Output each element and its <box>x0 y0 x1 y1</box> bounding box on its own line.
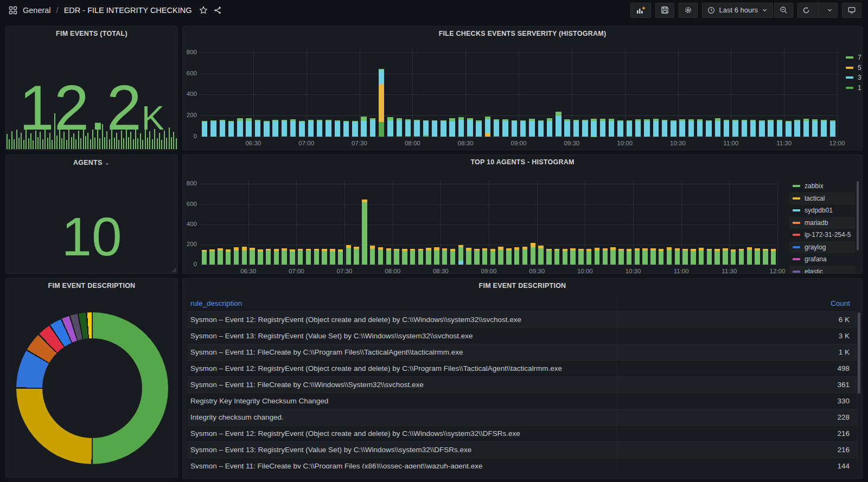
histogram-bar[interactable] <box>476 48 481 137</box>
histogram-bar[interactable] <box>405 48 411 137</box>
histogram-bar[interactable] <box>617 48 623 137</box>
histogram-bar[interactable] <box>326 48 331 137</box>
histogram-bar[interactable] <box>747 180 752 265</box>
histogram-bar[interactable] <box>556 48 561 137</box>
histogram-bar[interactable] <box>266 180 271 265</box>
histogram-bar[interactable] <box>209 180 214 265</box>
histogram-bar[interactable] <box>402 180 407 265</box>
histogram-bar[interactable] <box>494 48 499 137</box>
chevron-down-icon[interactable]: ⌄ <box>104 159 110 166</box>
histogram-bar[interactable] <box>442 180 447 265</box>
zoom-out-button[interactable] <box>774 3 793 18</box>
histogram-bar[interactable] <box>274 180 279 265</box>
legend-item-3[interactable]: 3 <box>843 73 862 83</box>
panel-title-agents-histogram[interactable]: TOP 10 AGENTS - HISTOGRAM <box>183 158 862 166</box>
star-icon[interactable] <box>199 6 208 15</box>
histogram-bar[interactable] <box>724 48 729 137</box>
histogram-bar[interactable] <box>282 48 287 137</box>
histogram-bar[interactable] <box>520 48 526 137</box>
histogram-bar[interactable] <box>768 48 773 137</box>
histogram-bar[interactable] <box>314 180 319 265</box>
histogram-bar[interactable] <box>290 180 295 265</box>
histogram-bar[interactable] <box>322 180 327 265</box>
histogram-bar[interactable] <box>777 48 782 137</box>
histogram-bar[interactable] <box>610 180 615 265</box>
histogram-bar[interactable] <box>742 48 747 137</box>
histogram-bar[interactable] <box>732 48 738 137</box>
histogram-bar[interactable] <box>578 180 583 265</box>
dashboard-title[interactable]: EDR - FILE INTEGRITY CHECKING <box>64 6 192 15</box>
histogram-bar[interactable] <box>414 48 419 137</box>
histogram-bar[interactable] <box>352 48 358 137</box>
histogram-bar[interactable] <box>675 180 680 265</box>
legend-item-mariadb[interactable]: mariadb <box>789 217 856 229</box>
histogram-bar[interactable] <box>330 180 335 265</box>
histogram-bar[interactable] <box>662 48 667 137</box>
histogram-bar[interactable] <box>586 180 591 265</box>
histogram-bar[interactable] <box>354 180 359 265</box>
breadcrumb-folder[interactable]: General <box>23 6 51 15</box>
refresh-interval-dropdown[interactable] <box>822 3 837 17</box>
histogram-bar[interactable] <box>218 180 222 265</box>
panel-title-fim-total[interactable]: FIM EVENTS (TOTAL) <box>6 30 177 37</box>
histogram-bar[interactable] <box>642 180 647 265</box>
table-header-rule-description[interactable]: rule_description <box>187 299 617 307</box>
histogram-bar[interactable] <box>570 180 575 265</box>
histogram-bar[interactable] <box>306 180 311 265</box>
histogram-bar[interactable] <box>714 180 719 265</box>
histogram-bar[interactable] <box>609 48 614 137</box>
histogram-bar[interactable] <box>547 48 552 137</box>
histogram-bar[interactable] <box>786 48 791 137</box>
histogram-bar[interactable] <box>361 48 366 137</box>
histogram-bar[interactable] <box>803 48 809 137</box>
histogram-bar[interactable] <box>644 48 649 137</box>
histogram-bar[interactable] <box>434 180 439 265</box>
panel-title-table[interactable]: FIM EVENT DESCRIPTION <box>183 282 862 290</box>
histogram-bar[interactable] <box>759 48 764 137</box>
histogram-bar[interactable] <box>830 48 835 137</box>
legend-item-elastic[interactable]: elastic <box>789 266 856 274</box>
tv-mode-button[interactable] <box>842 3 861 18</box>
histogram-bar[interactable] <box>563 180 567 265</box>
histogram-bar[interactable] <box>458 180 463 265</box>
histogram-bar[interactable] <box>202 48 207 137</box>
histogram-bar[interactable] <box>739 180 744 265</box>
legend-item-graylog[interactable]: graylog <box>789 241 856 254</box>
histogram-bar[interactable] <box>458 48 464 137</box>
legend-item-sydpdb01[interactable]: sydpdb01 <box>789 204 856 217</box>
histogram-bar[interactable] <box>650 180 655 265</box>
save-dashboard-button[interactable] <box>655 3 674 18</box>
panel-title-agents[interactable]: AGENTS ⌄ <box>6 158 177 166</box>
histogram-bar[interactable] <box>538 48 544 137</box>
histogram-bar[interactable] <box>812 48 818 137</box>
histogram-bar[interactable] <box>573 48 579 137</box>
histogram-bar[interactable] <box>771 180 776 265</box>
histogram-bar[interactable] <box>595 180 599 265</box>
histogram-bar[interactable] <box>258 180 263 265</box>
histogram-bar[interactable] <box>697 48 703 137</box>
histogram-bar[interactable] <box>449 48 455 137</box>
histogram-bar[interactable] <box>582 48 588 137</box>
histogram-bar[interactable] <box>474 180 479 265</box>
histogram-bar[interactable] <box>410 180 415 265</box>
histogram-bar[interactable] <box>234 180 239 265</box>
histogram-bar[interactable] <box>706 48 711 137</box>
histogram-bar[interactable] <box>299 48 304 137</box>
histogram-bar[interactable] <box>514 180 519 265</box>
time-range-picker[interactable]: Last 6 hours <box>702 3 773 18</box>
histogram-bar[interactable] <box>618 180 623 265</box>
histogram-bar[interactable] <box>600 48 605 137</box>
agents_histogram-plot-area[interactable] <box>200 180 777 265</box>
histogram-bar[interactable] <box>679 48 685 137</box>
histogram-bar[interactable] <box>512 48 517 137</box>
legend-scrollbar[interactable] <box>857 181 859 250</box>
histogram-bar[interactable] <box>467 48 473 137</box>
histogram-bar[interactable] <box>237 48 242 137</box>
legend-item-7[interactable]: 7 <box>843 53 862 63</box>
table-scrollbar[interactable] <box>858 312 860 394</box>
histogram-bar[interactable] <box>379 48 384 137</box>
histogram-bar[interactable] <box>546 180 551 265</box>
histogram-bar[interactable] <box>731 180 736 265</box>
histogram-bar[interactable] <box>635 48 641 137</box>
histogram-bar[interactable] <box>821 48 826 137</box>
